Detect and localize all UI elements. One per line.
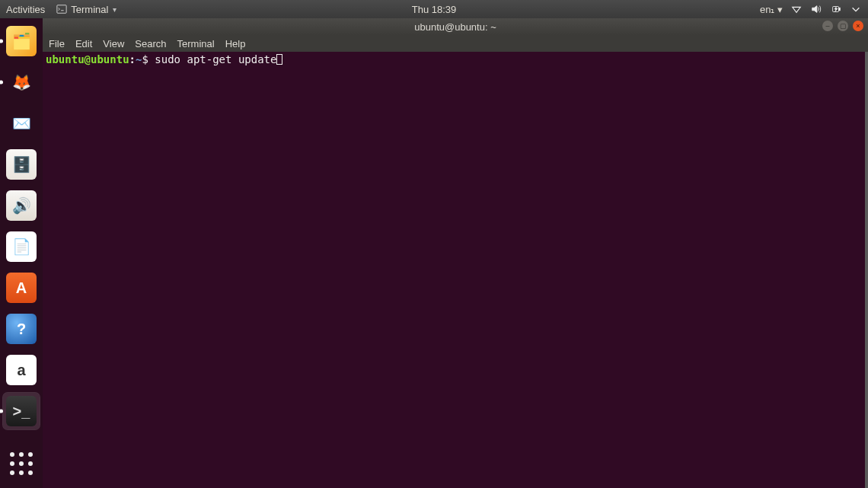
libreoffice-writer-icon: 📄: [6, 231, 37, 262]
menu-edit[interactable]: Edit: [75, 38, 92, 49]
activities-button[interactable]: Activities: [6, 4, 45, 15]
minimize-button[interactable]: –: [822, 21, 833, 31]
prompt-user: ubuntu@ubuntu: [46, 53, 129, 65]
torrent-app-icon: 🗂️: [6, 26, 37, 56]
cursor-icon: [276, 54, 282, 65]
volume-icon[interactable]: [810, 3, 822, 15]
launcher-rhythmbox[interactable]: 🔊: [3, 187, 40, 224]
terminal-window: ubuntu@ubuntu: ~ – ▢ × FileEditViewSearc…: [43, 18, 868, 488]
launcher-files[interactable]: 🗄️: [3, 146, 40, 183]
menu-search[interactable]: Search: [135, 38, 166, 49]
rhythmbox-icon: 🔊: [6, 190, 37, 221]
terminal-menubar: FileEditViewSearchTerminalHelp: [43, 35, 868, 52]
terminal-icon: [56, 3, 68, 15]
launcher-libreoffice-writer[interactable]: 📄: [3, 228, 40, 265]
input-source-indicator[interactable]: en₁ ▾: [760, 4, 783, 15]
launcher-firefox[interactable]: 🦊: [3, 64, 40, 100]
running-indicator: [0, 40, 3, 43]
amazon-icon: a: [6, 355, 37, 385]
show-applications-button[interactable]: [3, 445, 40, 482]
ubuntu-dock: 🗂️🦊✉️🗄️🔊📄A?a>_: [0, 18, 43, 488]
window-title: ubuntu@ubuntu: ~: [414, 21, 496, 33]
battery-icon[interactable]: [830, 3, 842, 15]
firefox-icon: 🦊: [6, 67, 37, 97]
gnome-top-panel: Activities Terminal ▾ Thu 18:39 en₁ ▾: [0, 0, 868, 18]
menu-file[interactable]: File: [49, 38, 65, 49]
files-icon: 🗄️: [6, 149, 37, 180]
terminal-icon: >_: [6, 396, 37, 426]
close-button[interactable]: ×: [853, 21, 863, 31]
window-controls: – ▢ ×: [822, 21, 863, 31]
chevron-down-icon: ▾: [777, 4, 783, 15]
launcher-terminal[interactable]: >_: [3, 393, 40, 429]
thunderbird-icon: ✉️: [6, 108, 37, 139]
menu-view[interactable]: View: [103, 38, 124, 49]
maximize-button[interactable]: ▢: [838, 21, 848, 31]
launcher-thunderbird[interactable]: ✉️: [3, 105, 40, 142]
power-menu-icon[interactable]: [850, 3, 862, 15]
running-indicator: [0, 81, 3, 85]
help-icon: ?: [6, 314, 37, 344]
launcher-help[interactable]: ?: [3, 311, 40, 347]
app-menu-label: Terminal: [71, 4, 108, 15]
app-menu[interactable]: Terminal ▾: [56, 3, 116, 15]
launcher-ubuntu-software[interactable]: A: [3, 270, 40, 306]
clock[interactable]: Thu 18:39: [412, 4, 457, 15]
svg-rect-2: [839, 8, 841, 11]
svg-rect-0: [57, 5, 66, 14]
ubuntu-software-icon: A: [6, 273, 37, 303]
network-icon[interactable]: [790, 3, 803, 15]
window-titlebar[interactable]: ubuntu@ubuntu: ~ – ▢ ×: [43, 18, 868, 35]
launcher-torrent-app[interactable]: 🗂️: [3, 23, 40, 59]
terminal-command: sudo apt-get update: [155, 53, 276, 65]
menu-help[interactable]: Help: [225, 38, 246, 49]
scrollbar[interactable]: [865, 52, 868, 488]
chevron-down-icon: ▾: [113, 5, 116, 14]
launcher-amazon[interactable]: a: [3, 352, 40, 388]
running-indicator: [0, 410, 3, 413]
menu-terminal[interactable]: Terminal: [177, 38, 215, 49]
terminal-viewport[interactable]: ubuntu@ubuntu:~$ sudo apt-get update: [43, 52, 865, 488]
